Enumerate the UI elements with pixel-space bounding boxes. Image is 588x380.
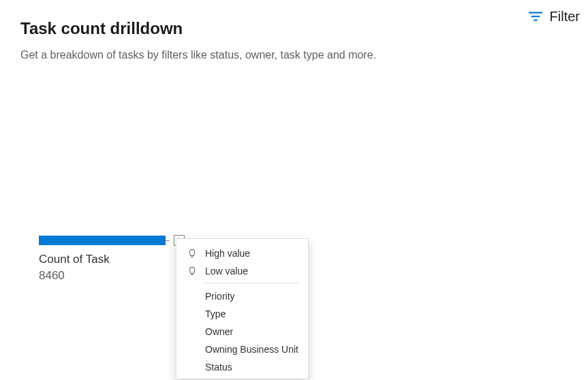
menu-item-label: Owning Business Unit (205, 344, 298, 355)
menu-item-type[interactable]: Type (176, 305, 308, 323)
menu-item-label: Low value (205, 266, 248, 276)
bar-connector (166, 240, 170, 241)
lightbulb-icon (186, 266, 198, 276)
menu-item-high-value[interactable]: High value (176, 244, 308, 262)
menu-item-label: Type (205, 308, 226, 319)
page-title: Task count drilldown (20, 19, 568, 38)
menu-item-label: Priority (205, 291, 235, 302)
menu-item-owner[interactable]: Owner (176, 323, 308, 341)
menu-item-owning-business-unit[interactable]: Owning Business Unit (176, 341, 308, 358)
menu-separator (204, 283, 298, 283)
page: Filter Task count drilldown Get a breakd… (0, 0, 588, 380)
menu-item-label: High value (205, 248, 250, 259)
chart-area: Count of Task 8460 (39, 235, 185, 283)
lightbulb-icon (186, 249, 198, 258)
filter-icon (528, 10, 543, 25)
menu-item-priority[interactable]: Priority (176, 287, 308, 305)
drilldown-menu: High value Low value Priority Type Owner… (176, 238, 309, 379)
menu-item-label: Status (205, 362, 232, 373)
page-subtitle: Get a breakdown of tasks by filters like… (20, 49, 568, 61)
bar-row (39, 235, 185, 246)
menu-item-label: Owner (205, 326, 233, 337)
bar-value: 8460 (39, 269, 185, 283)
filter-label: Filter (550, 9, 580, 25)
menu-item-status[interactable]: Status (176, 358, 308, 376)
bar-label: Count of Task (39, 253, 185, 266)
filter-button[interactable]: Filter (528, 9, 580, 25)
menu-item-low-value[interactable]: Low value (176, 262, 308, 280)
bar-segment[interactable] (39, 236, 166, 245)
